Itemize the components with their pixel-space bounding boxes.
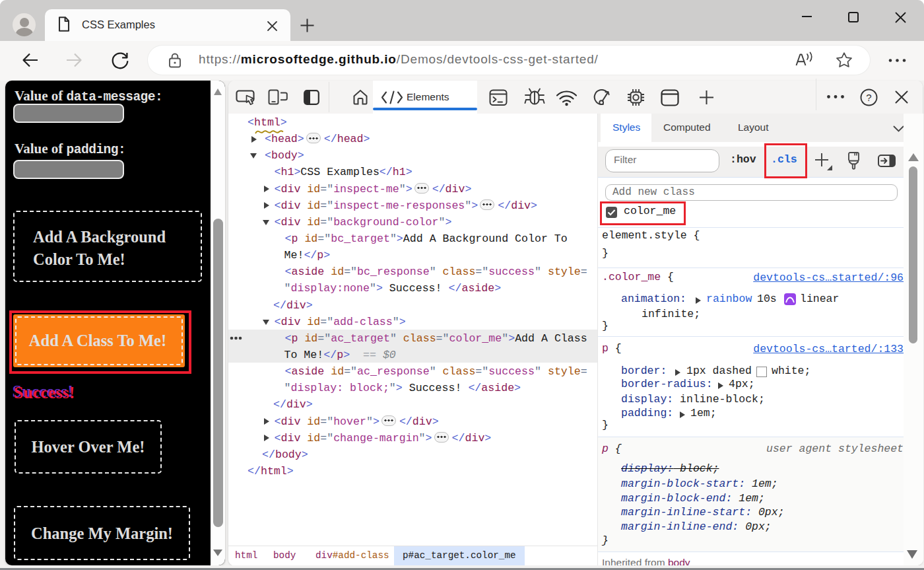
- svg-text:?: ?: [866, 92, 871, 103]
